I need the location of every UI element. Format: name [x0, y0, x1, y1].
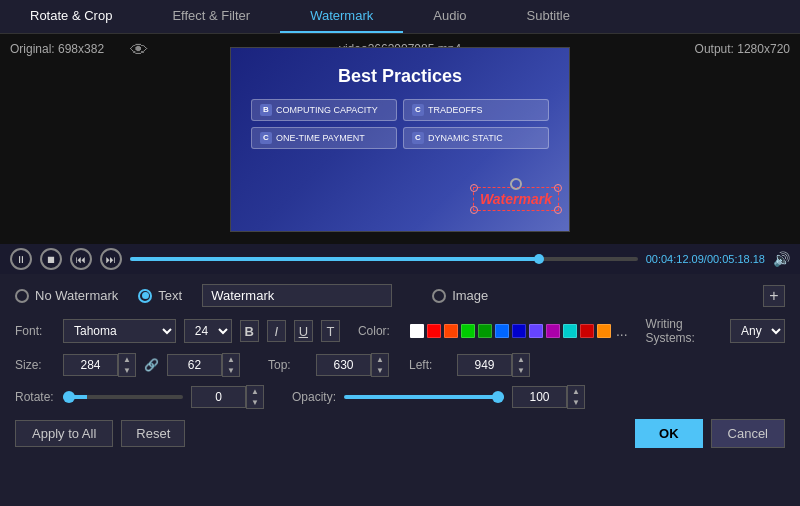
swatch-blue[interactable]	[495, 324, 509, 338]
left-down[interactable]: ▼	[513, 365, 529, 376]
preview-grid: B COMPUTING CAPACITY C TRADEOFFS C ONE-T…	[231, 99, 569, 149]
top-down[interactable]: ▼	[372, 365, 388, 376]
rotate-label: Rotate:	[15, 390, 55, 404]
video-area: Original: 698x382 👁 video3663907985.mp4 …	[0, 34, 800, 244]
image-radio[interactable]: Image	[432, 288, 488, 303]
opacity-value-group: ▲ ▼	[512, 385, 585, 409]
watermark-preview-text: Watermark	[480, 191, 552, 207]
watermark-text-input[interactable]	[202, 284, 392, 307]
bottom-left-buttons: Apply to All Reset	[15, 420, 185, 447]
size-width-up[interactable]: ▲	[119, 354, 135, 365]
pause-button[interactable]: ⏸	[10, 248, 32, 270]
time-display: 00:04:12.09/00:05:18.18	[646, 253, 765, 265]
no-watermark-radio[interactable]: No Watermark	[15, 288, 118, 303]
writing-systems-select[interactable]: Any	[730, 319, 785, 343]
chip-icon-2: C	[412, 104, 424, 116]
watermark-handle-br[interactable]	[554, 206, 562, 214]
font-row: Font: Tahoma 24 B I U T Color: ... Writi…	[15, 317, 785, 345]
left-input[interactable]	[457, 354, 512, 376]
rotate-value-input[interactable]	[191, 386, 246, 408]
more-colors-button[interactable]: ...	[616, 323, 628, 339]
swatch-dark-green[interactable]	[478, 324, 492, 338]
left-up[interactable]: ▲	[513, 354, 529, 365]
bold-button[interactable]: B	[240, 320, 259, 342]
no-watermark-radio-circle	[15, 289, 29, 303]
size-height-up[interactable]: ▲	[223, 354, 239, 365]
swatch-orange[interactable]	[597, 324, 611, 338]
swatch-magenta[interactable]	[546, 324, 560, 338]
tab-rotate-crop[interactable]: Rotate & Crop	[0, 0, 142, 33]
opacity-up[interactable]: ▲	[568, 386, 584, 397]
reset-button[interactable]: Reset	[121, 420, 185, 447]
size-row: Size: ▲ ▼ 🔗 ▲ ▼ Top: ▲ ▼ Left:	[15, 353, 785, 377]
opacity-slider[interactable]	[344, 395, 504, 399]
font-select[interactable]: Tahoma	[63, 319, 176, 343]
swatch-dark-blue[interactable]	[512, 324, 526, 338]
top-input[interactable]	[316, 354, 371, 376]
seek-thumb	[534, 254, 544, 264]
tab-audio[interactable]: Audio	[403, 0, 496, 33]
tilt-button[interactable]: T	[321, 320, 340, 342]
underline-button[interactable]: U	[294, 320, 313, 342]
prev-button[interactable]: ⏮	[70, 248, 92, 270]
ok-button[interactable]: OK	[635, 419, 703, 448]
font-size-select[interactable]: 24	[184, 319, 232, 343]
size-height-group: ▲ ▼	[167, 353, 240, 377]
image-radio-label: Image	[452, 288, 488, 303]
opacity-value-input[interactable]	[512, 386, 567, 408]
watermark-handle-tl[interactable]	[470, 184, 478, 192]
bottom-row: Apply to All Reset OK Cancel	[15, 419, 785, 448]
cancel-button[interactable]: Cancel	[711, 419, 785, 448]
swatch-dark-red[interactable]	[580, 324, 594, 338]
volume-icon[interactable]: 🔊	[773, 251, 790, 267]
tab-watermark[interactable]: Watermark	[280, 0, 403, 33]
link-size-icon[interactable]: 🔗	[144, 358, 159, 372]
swatch-red[interactable]	[427, 324, 441, 338]
text-radio-label: Text	[158, 288, 182, 303]
tab-bar: Rotate & Crop Effect & Filter Watermark …	[0, 0, 800, 34]
font-label: Font:	[15, 324, 55, 338]
size-width-down[interactable]: ▼	[119, 365, 135, 376]
size-label: Size:	[15, 358, 55, 372]
watermark-overlay[interactable]: Watermark	[473, 187, 559, 211]
chip-icon-3: C	[260, 132, 272, 144]
swatch-green[interactable]	[461, 324, 475, 338]
size-height-down[interactable]: ▼	[223, 365, 239, 376]
preview-chip-2: C TRADEOFFS	[403, 99, 549, 121]
no-watermark-label: No Watermark	[35, 288, 118, 303]
watermark-handle-tr[interactable]	[554, 184, 562, 192]
opacity-slider-wrap	[344, 395, 504, 399]
text-radio[interactable]: Text	[138, 288, 182, 303]
swatch-orange-red[interactable]	[444, 324, 458, 338]
seek-progress	[130, 257, 536, 261]
swatch-purple-blue[interactable]	[529, 324, 543, 338]
chip-label-1: COMPUTING CAPACITY	[276, 105, 378, 115]
rotate-slider[interactable]	[63, 395, 183, 399]
seek-bar[interactable]	[130, 257, 638, 261]
size-width-input[interactable]	[63, 354, 118, 376]
size-width-group: ▲ ▼	[63, 353, 136, 377]
next-button[interactable]: ⏭	[100, 248, 122, 270]
original-resolution: Original: 698x382	[10, 42, 104, 56]
watermark-handle-top[interactable]	[510, 178, 522, 190]
tab-subtitle[interactable]: Subtitle	[497, 0, 600, 33]
top-up[interactable]: ▲	[372, 354, 388, 365]
swatch-white[interactable]	[410, 324, 424, 338]
add-image-button[interactable]: +	[763, 285, 785, 307]
stop-button[interactable]: ⏹	[40, 248, 62, 270]
tab-effect-filter[interactable]: Effect & Filter	[142, 0, 280, 33]
apply-to-all-button[interactable]: Apply to All	[15, 420, 113, 447]
time-current: 00:04:12.09	[646, 253, 704, 265]
rotate-up[interactable]: ▲	[247, 386, 263, 397]
italic-button[interactable]: I	[267, 320, 286, 342]
eye-icon[interactable]: 👁	[130, 40, 148, 61]
top-spin: ▲ ▼	[371, 353, 389, 377]
watermark-handle-bl[interactable]	[470, 206, 478, 214]
preview-chip-4: C DYNAMIC STATIC	[403, 127, 549, 149]
swatch-cyan[interactable]	[563, 324, 577, 338]
rotate-down[interactable]: ▼	[247, 397, 263, 408]
playback-bar: ⏸ ⏹ ⏮ ⏭ 00:04:12.09/00:05:18.18 🔊	[0, 244, 800, 274]
opacity-down[interactable]: ▼	[568, 397, 584, 408]
opacity-spin: ▲ ▼	[567, 385, 585, 409]
size-height-input[interactable]	[167, 354, 222, 376]
